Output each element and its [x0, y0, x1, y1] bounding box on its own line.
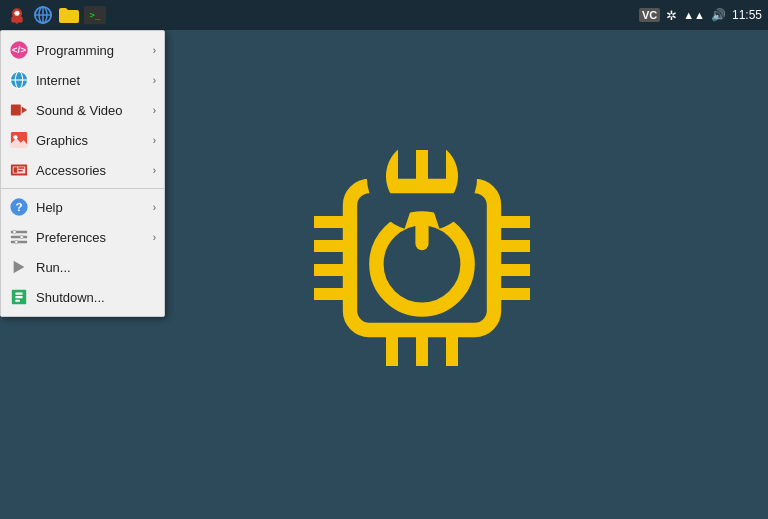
preferences-label: Preferences	[36, 230, 153, 245]
accessories-arrow: ›	[153, 165, 156, 176]
help-arrow: ›	[153, 202, 156, 213]
preferences-icon	[9, 227, 29, 247]
sound-video-arrow: ›	[153, 105, 156, 116]
menu-item-run[interactable]: Run...	[1, 252, 164, 282]
application-menu: </> Programming › Internet ›	[0, 30, 165, 317]
svg-rect-53	[15, 300, 20, 302]
folder-button[interactable]	[58, 4, 80, 26]
bluetooth-icon: ✲	[666, 8, 677, 23]
svg-rect-44	[11, 236, 27, 239]
menu-item-help[interactable]: ? Help ›	[1, 192, 164, 222]
programming-arrow: ›	[153, 45, 156, 56]
chip-logo	[302, 138, 542, 378]
menu-item-sound-video[interactable]: Sound & Video ›	[1, 95, 164, 125]
svg-rect-45	[11, 241, 27, 244]
graphics-arrow: ›	[153, 135, 156, 146]
volume-icon: 🔊	[711, 8, 726, 22]
terminal-button[interactable]: >_	[84, 6, 106, 24]
svg-marker-33	[22, 106, 27, 113]
graphics-label: Graphics	[36, 133, 153, 148]
clock-display: 11:55	[732, 8, 762, 22]
shutdown-icon	[9, 287, 29, 307]
svg-rect-51	[15, 293, 22, 295]
programming-label: Programming	[36, 43, 153, 58]
internet-arrow: ›	[153, 75, 156, 86]
internet-label: Internet	[36, 73, 153, 88]
svg-point-3	[15, 17, 19, 23]
help-label: Help	[36, 200, 153, 215]
graphics-icon	[9, 130, 29, 150]
svg-point-46	[13, 230, 16, 233]
menu-separator-1	[1, 188, 164, 189]
accessories-icon	[9, 160, 29, 180]
preferences-arrow: ›	[153, 232, 156, 243]
accessories-label: Accessories	[36, 163, 153, 178]
wifi-icon: ▲▲	[683, 9, 705, 21]
svg-rect-38	[14, 167, 18, 172]
svg-point-48	[15, 240, 18, 243]
svg-rect-32	[11, 105, 21, 116]
svg-rect-39	[18, 167, 24, 168]
menu-item-preferences[interactable]: Preferences ›	[1, 222, 164, 252]
menu-item-graphics[interactable]: Graphics ›	[1, 125, 164, 155]
shutdown-label: Shutdown...	[36, 290, 156, 305]
vc-indicator: VC	[639, 8, 660, 22]
run-icon	[9, 257, 29, 277]
taskbar: >_ VC ✲ ▲▲ 🔊 11:55	[0, 0, 768, 30]
svg-point-4	[18, 16, 22, 22]
sound-video-icon	[9, 100, 29, 120]
svg-point-47	[20, 235, 23, 238]
svg-point-1	[14, 11, 19, 16]
run-label: Run...	[36, 260, 156, 275]
svg-rect-52	[15, 296, 22, 298]
menu-item-internet[interactable]: Internet ›	[1, 65, 164, 95]
menu-item-shutdown[interactable]: Shutdown...	[1, 282, 164, 312]
help-icon: ?	[9, 197, 29, 217]
svg-point-2	[11, 16, 15, 22]
browser-button[interactable]	[32, 4, 54, 26]
svg-marker-49	[14, 261, 25, 274]
taskbar-left: >_	[6, 4, 106, 26]
menu-item-programming[interactable]: </> Programming ›	[1, 35, 164, 65]
svg-text:?: ?	[15, 200, 22, 213]
svg-rect-40	[18, 170, 23, 171]
internet-icon	[9, 70, 29, 90]
svg-text:</>: </>	[12, 44, 27, 55]
taskbar-right: VC ✲ ▲▲ 🔊 11:55	[639, 8, 762, 23]
desktop: >_ VC ✲ ▲▲ 🔊 11:55	[0, 0, 768, 519]
logo-container	[302, 138, 542, 382]
raspberry-pi-menu-button[interactable]	[6, 4, 28, 26]
sound-video-label: Sound & Video	[36, 103, 153, 118]
menu-item-accessories[interactable]: Accessories ›	[1, 155, 164, 185]
programming-icon: </>	[9, 40, 29, 60]
